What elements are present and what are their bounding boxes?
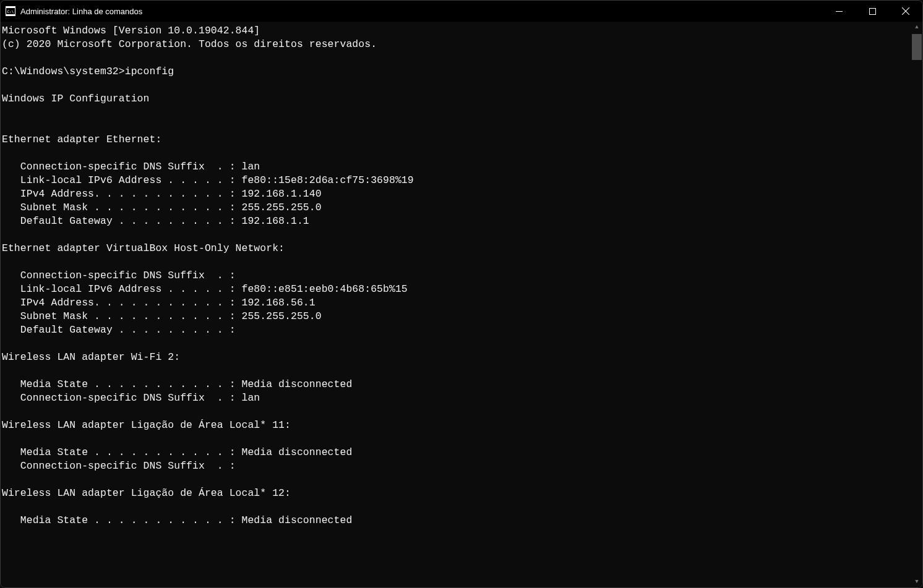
window-controls	[822, 1, 922, 22]
close-button[interactable]	[889, 1, 922, 22]
svg-text:C:\: C:\	[7, 9, 14, 14]
terminal-output[interactable]: Microsoft Windows [Version 10.0.19042.84…	[1, 22, 911, 587]
window-title: Administrator: Linha de comandos	[20, 7, 142, 16]
titlebar[interactable]: C:\ Administrator: Linha de comandos	[1, 1, 922, 22]
scrollbar-up-arrow-icon[interactable]: ▲	[911, 22, 922, 33]
scrollbar-down-arrow-icon[interactable]: ▼	[911, 576, 922, 587]
maximize-button[interactable]	[856, 1, 889, 22]
cmd-icon: C:\	[6, 6, 15, 16]
minimize-button[interactable]	[822, 1, 856, 22]
terminal-area: Microsoft Windows [Version 10.0.19042.84…	[1, 22, 922, 587]
titlebar-left: C:\ Administrator: Linha de comandos	[6, 6, 142, 16]
vertical-scrollbar[interactable]: ▲ ▼	[911, 22, 922, 587]
command-prompt-window: C:\ Administrator: Linha de comandos Mic…	[0, 0, 923, 588]
svg-rect-4	[869, 8, 875, 14]
scrollbar-thumb[interactable]	[912, 34, 922, 60]
